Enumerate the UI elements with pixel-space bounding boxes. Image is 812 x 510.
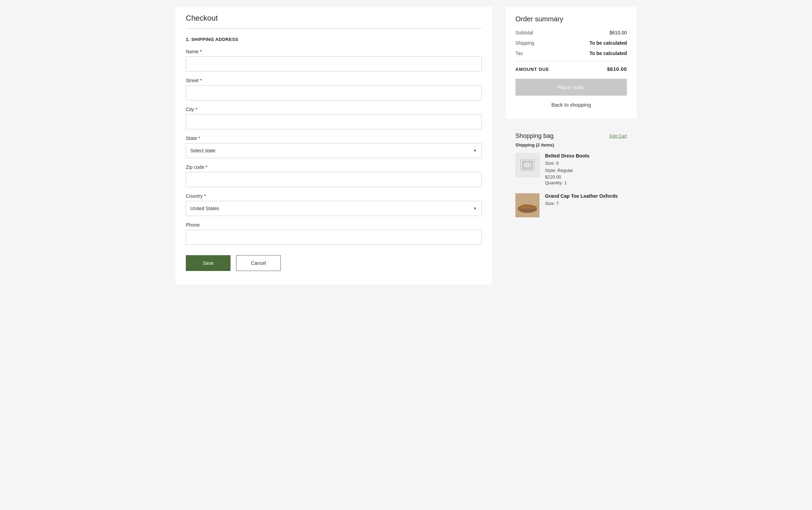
cart-item-name-2: Grand Cap Toe Leather Oxfords bbox=[545, 193, 627, 199]
save-button[interactable]: Save bbox=[186, 255, 231, 271]
shipping-label: Shipping bbox=[515, 40, 534, 46]
zip-label: Zip code * bbox=[186, 164, 482, 170]
tax-label: Tax bbox=[515, 51, 523, 56]
shopping-bag-header: Shopping bag Edit Cart bbox=[515, 132, 627, 140]
edit-cart-link[interactable]: Edit Cart bbox=[609, 133, 627, 139]
city-label: City * bbox=[186, 107, 482, 112]
city-input[interactable] bbox=[186, 114, 482, 129]
name-input[interactable] bbox=[186, 56, 482, 72]
zip-input[interactable] bbox=[186, 172, 482, 187]
order-summary-box: Order summary Subtotal $610.00 Shipping … bbox=[506, 7, 637, 119]
name-label: Name * bbox=[186, 49, 482, 54]
svg-line-1 bbox=[523, 161, 532, 169]
section-title: 1. SHIPPING ADDRESS bbox=[186, 37, 482, 42]
order-summary-title: Order summary bbox=[515, 15, 627, 23]
summary-divider bbox=[515, 61, 627, 61]
tax-value: To be calculated bbox=[589, 51, 627, 56]
page-title: Checkout bbox=[186, 14, 482, 23]
shipping-value: To be calculated bbox=[589, 40, 627, 46]
shopping-bag-title: Shopping bag bbox=[515, 132, 554, 140]
cart-item-name-1: Belted Dress Boots bbox=[545, 153, 627, 159]
svg-line-2 bbox=[523, 161, 532, 169]
image-placeholder-icon bbox=[521, 160, 534, 171]
zip-field-group: Zip code * bbox=[186, 164, 482, 187]
state-select[interactable]: Select stateAlabamaAlaskaArizonaArkansas… bbox=[186, 143, 482, 158]
country-label: Country * bbox=[186, 193, 482, 199]
shopping-bag-box: Shopping bag Edit Cart Shipping (2 items… bbox=[506, 124, 637, 232]
subtotal-row: Subtotal $610.00 bbox=[515, 30, 627, 35]
title-divider bbox=[186, 28, 482, 29]
shipping-items-label: Shipping (2 items) bbox=[515, 142, 627, 148]
phone-label: Phone bbox=[186, 222, 482, 228]
phone-field-group: Phone bbox=[186, 222, 482, 245]
country-select[interactable]: United StatesCanadaUnited KingdomAustral… bbox=[186, 201, 482, 216]
place-order-button[interactable]: Place order bbox=[515, 79, 627, 96]
amount-due-value: $610.00 bbox=[607, 66, 627, 72]
city-field-group: City * bbox=[186, 107, 482, 129]
back-to-shopping-link[interactable]: Back to shopping bbox=[515, 99, 627, 110]
cart-item: Grand Cap Toe Leather Oxfords Size: 7 bbox=[515, 193, 627, 217]
state-field-group: State * Select stateAlabamaAlaskaArizona… bbox=[186, 135, 482, 158]
cart-item-details-2: Grand Cap Toe Leather Oxfords Size: 7 bbox=[545, 193, 627, 217]
shipping-row: Shipping To be calculated bbox=[515, 40, 627, 46]
cart-item-size-2: Size: 7 bbox=[545, 200, 627, 207]
cart-item-image-1 bbox=[515, 153, 539, 177]
street-label: Street * bbox=[186, 78, 482, 83]
cart-item-details-1: Belted Dress Boots Size: 6 Style: Regula… bbox=[545, 153, 627, 186]
state-label: State * bbox=[186, 135, 482, 141]
form-buttons: Save Cancel bbox=[186, 255, 482, 271]
subtotal-label: Subtotal bbox=[515, 30, 533, 35]
cart-item-image-2 bbox=[515, 193, 539, 217]
cancel-button[interactable]: Cancel bbox=[236, 255, 281, 271]
name-field-group: Name * bbox=[186, 49, 482, 72]
cart-item-style-1: Style: Regular bbox=[545, 167, 627, 174]
amount-due-label: AMOUNT DUE bbox=[515, 67, 549, 72]
tax-row: Tax To be calculated bbox=[515, 51, 627, 56]
cart-item-size-1: Size: 6 bbox=[545, 160, 627, 167]
country-field-group: Country * United StatesCanadaUnited King… bbox=[186, 193, 482, 216]
cart-item-quantity-1: Quantity: 1 bbox=[545, 180, 627, 187]
state-select-wrapper: Select stateAlabamaAlaskaArizonaArkansas… bbox=[186, 143, 482, 158]
phone-input[interactable] bbox=[186, 230, 482, 245]
sidebar: Order summary Subtotal $610.00 Shipping … bbox=[506, 7, 637, 285]
cart-item-price-1: $220.00 bbox=[545, 174, 627, 180]
svg-rect-0 bbox=[523, 161, 532, 169]
cart-item: Belted Dress Boots Size: 6 Style: Regula… bbox=[515, 153, 627, 186]
country-select-wrapper: United StatesCanadaUnited KingdomAustral… bbox=[186, 201, 482, 216]
street-field-group: Street * bbox=[186, 78, 482, 100]
street-input[interactable] bbox=[186, 85, 482, 100]
amount-due-row: AMOUNT DUE $610.00 bbox=[515, 66, 627, 72]
subtotal-value: $610.00 bbox=[609, 30, 627, 35]
